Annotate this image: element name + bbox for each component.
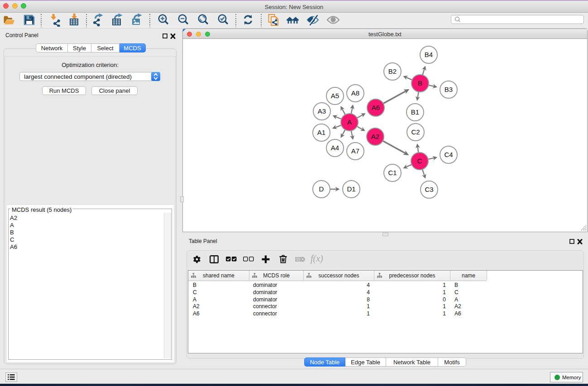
- svg-text:A7: A7: [351, 147, 359, 155]
- svg-text:B3: B3: [445, 86, 453, 93]
- svg-text:C2: C2: [411, 128, 420, 136]
- svg-text:A5: A5: [331, 92, 339, 100]
- svg-text:A: A: [347, 118, 352, 126]
- svg-text:D: D: [319, 185, 324, 193]
- svg-text:A3: A3: [318, 107, 326, 115]
- svg-text:C4: C4: [444, 151, 453, 158]
- svg-text:C: C: [417, 157, 422, 165]
- svg-text:A6: A6: [372, 104, 380, 111]
- svg-text:A4: A4: [331, 144, 339, 152]
- svg-text:A2: A2: [371, 133, 379, 140]
- svg-text:B: B: [418, 79, 422, 87]
- svg-text:B2: B2: [388, 67, 397, 75]
- svg-text:A8: A8: [351, 89, 359, 97]
- svg-text:D1: D1: [347, 185, 355, 193]
- svg-text:A1: A1: [317, 129, 325, 136]
- svg-text:C3: C3: [425, 186, 433, 193]
- svg-text:B1: B1: [411, 108, 419, 116]
- svg-text:B4: B4: [425, 51, 433, 58]
- svg-text:C1: C1: [388, 169, 397, 176]
